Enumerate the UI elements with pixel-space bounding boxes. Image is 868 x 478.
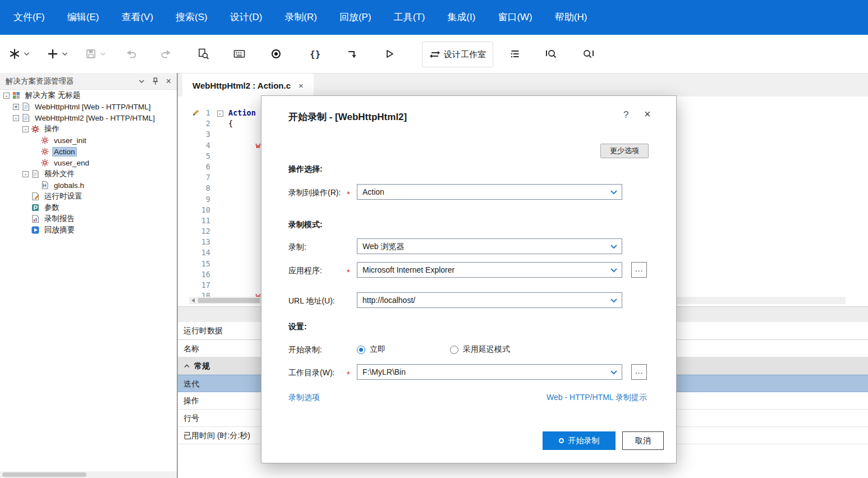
step-button[interactable] bbox=[347, 42, 358, 66]
code-text bbox=[225, 237, 228, 247]
tree-item-replay-summary[interactable]: 回放摘要 bbox=[0, 224, 177, 236]
chevron-down-icon[interactable] bbox=[100, 52, 106, 56]
tree-item-webhttphtml[interactable]: +WebHttpHtml [Web - HTTP/HTML] bbox=[0, 101, 177, 112]
line-number: 8 bbox=[178, 183, 215, 194]
tree-collapse-icon[interactable]: - bbox=[3, 93, 10, 99]
url-select[interactable]: http://localhost/ bbox=[357, 292, 622, 308]
code-text: we bbox=[225, 140, 265, 151]
redo-button[interactable] bbox=[160, 42, 172, 66]
working-directory-select[interactable]: F:\MyLR\Bin bbox=[357, 364, 622, 380]
runtime-row-label: 迭代 bbox=[183, 375, 199, 392]
braces-button[interactable]: {} bbox=[310, 42, 320, 66]
action-file-icon bbox=[40, 136, 49, 145]
record-to-action-select[interactable]: Action bbox=[357, 184, 622, 200]
record-button[interactable] bbox=[270, 42, 282, 66]
recording-tips-link[interactable]: Web - HTTP/HTML 录制提示 bbox=[546, 393, 647, 403]
code-text: Action bbox=[225, 108, 256, 118]
chevron-down-icon[interactable] bbox=[607, 240, 621, 253]
add-button[interactable] bbox=[47, 42, 68, 66]
tree-item-parameters[interactable]: 参数 bbox=[0, 202, 177, 213]
chevron-up-icon[interactable] bbox=[183, 364, 190, 368]
fold-spacer bbox=[215, 140, 225, 151]
start-recording-button[interactable]: 开始录制 bbox=[543, 431, 616, 450]
menu-record[interactable]: 录制(R) bbox=[273, 0, 328, 35]
record-icon bbox=[559, 438, 564, 443]
menu-view[interactable]: 查看(V) bbox=[110, 0, 164, 35]
tree-item-globals-h[interactable]: globals.h bbox=[0, 180, 177, 191]
tab-action-c[interactable]: WebHttpHtml2 : Action.c × bbox=[182, 73, 314, 97]
undo-button[interactable] bbox=[126, 42, 137, 66]
tree-item-runtime-settings[interactable]: 运行时设置 bbox=[0, 191, 177, 202]
record-mode-select[interactable]: Web 浏览器 bbox=[357, 238, 622, 254]
menu-window[interactable]: 窗口(W) bbox=[486, 0, 543, 35]
tree-item-extra-files[interactable]: -额外文件 bbox=[0, 168, 177, 180]
scroll-left-arrow-icon[interactable] bbox=[189, 297, 197, 304]
line-number: 2 bbox=[178, 118, 215, 129]
braces-icon: {} bbox=[310, 49, 320, 59]
menu-tools[interactable]: 工具(T) bbox=[383, 0, 437, 35]
tree-item-recording-report[interactable]: 录制报告 bbox=[0, 213, 177, 224]
menu-replay[interactable]: 回放(P) bbox=[328, 0, 383, 35]
scrollbar-thumb[interactable] bbox=[198, 298, 260, 303]
menu-help[interactable]: 帮助(H) bbox=[544, 0, 599, 35]
scrollbar-thumb[interactable] bbox=[2, 472, 86, 477]
design-studio-button[interactable]: 设计工作室 bbox=[422, 42, 493, 67]
tree-item-vuser-end[interactable]: vuser_end bbox=[0, 157, 177, 168]
page-search-button[interactable] bbox=[198, 42, 209, 66]
pin-icon[interactable] bbox=[152, 77, 159, 85]
script-icon bbox=[21, 113, 30, 122]
help-icon[interactable]: ? bbox=[623, 109, 628, 121]
panel-menu-chevron-icon[interactable] bbox=[139, 79, 145, 84]
search-backward-icon bbox=[545, 48, 557, 59]
working-directory-browse-button[interactable]: ... bbox=[631, 364, 647, 380]
tree-item-webhttphtml2[interactable]: -WebHttpHtml2 [Web - HTTP/HTML] bbox=[0, 112, 177, 123]
cancel-button[interactable]: 取消 bbox=[622, 431, 664, 450]
radio-delayed-mode[interactable]: 采用延迟模式 bbox=[450, 341, 510, 358]
run-button[interactable] bbox=[384, 42, 395, 66]
asterisk-icon bbox=[9, 48, 20, 59]
menu-edit[interactable]: 编辑(E) bbox=[56, 0, 111, 35]
close-icon[interactable]: × bbox=[644, 108, 651, 121]
application-select[interactable]: Microsoft Internet Explorer bbox=[357, 262, 622, 278]
tasks-button[interactable] bbox=[509, 42, 521, 66]
tree-item-actions[interactable]: -操作 bbox=[0, 123, 177, 135]
menu-integration[interactable]: 集成(I) bbox=[436, 0, 486, 35]
tree-collapse-icon[interactable]: - bbox=[22, 171, 29, 177]
snapshot-icon bbox=[233, 48, 245, 59]
new-script-button[interactable] bbox=[9, 42, 30, 66]
close-icon[interactable]: × bbox=[166, 77, 171, 86]
menu-search[interactable]: 搜索(S) bbox=[164, 0, 219, 35]
chevron-down-icon[interactable] bbox=[607, 263, 621, 277]
snapshot-button[interactable] bbox=[233, 42, 245, 66]
radio-immediately[interactable]: 立即 bbox=[357, 341, 385, 358]
chevron-down-icon[interactable] bbox=[607, 185, 621, 199]
application-browse-button[interactable]: ... bbox=[631, 262, 647, 278]
search-backward-button[interactable] bbox=[545, 42, 557, 66]
chevron-down-icon[interactable] bbox=[24, 52, 30, 56]
tree-item-solution[interactable]: -解决方案 无标题 bbox=[0, 90, 177, 101]
save-button[interactable] bbox=[85, 42, 106, 66]
chevron-down-icon[interactable] bbox=[62, 52, 68, 56]
menu-design[interactable]: 设计(D) bbox=[219, 0, 274, 35]
fold-spacer bbox=[215, 247, 225, 258]
redo-icon bbox=[160, 48, 172, 59]
left-panel-hscrollbar[interactable] bbox=[0, 471, 177, 478]
tree-item-vuser-init[interactable]: vuser_init bbox=[0, 135, 177, 146]
code-text: { bbox=[225, 118, 233, 129]
search-forward-button[interactable] bbox=[582, 42, 594, 66]
tree-collapse-icon[interactable]: - bbox=[13, 115, 19, 121]
tree-item-action[interactable]: Action bbox=[0, 146, 177, 157]
tasks-icon bbox=[509, 48, 521, 59]
tree-collapse-icon[interactable]: - bbox=[22, 126, 29, 132]
chevron-down-icon[interactable] bbox=[607, 293, 621, 307]
recording-options-link[interactable]: 录制选项 bbox=[288, 393, 320, 403]
chevron-down-icon[interactable] bbox=[607, 365, 621, 379]
fewer-options-button[interactable]: 更少选项 bbox=[600, 144, 649, 158]
tree-expand-icon[interactable]: + bbox=[13, 104, 19, 110]
fold-spacer bbox=[215, 226, 225, 237]
fold-collapse-icon[interactable]: - bbox=[215, 108, 225, 118]
fold-spacer bbox=[215, 215, 225, 226]
menu-file[interactable]: 文件(F) bbox=[2, 0, 56, 35]
tree-item-label: 解决方案 无标题 bbox=[24, 90, 82, 101]
tab-close-icon[interactable]: × bbox=[298, 81, 304, 90]
